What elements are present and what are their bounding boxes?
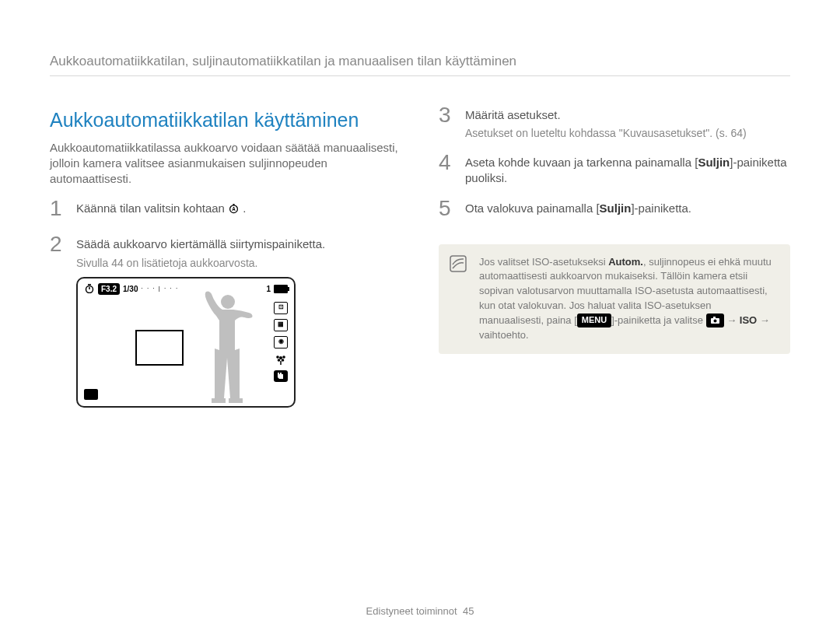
svg-rect-13	[212, 398, 226, 403]
note-iso-bold: ISO	[740, 314, 757, 326]
stabilizer-icon	[274, 370, 288, 382]
step-2: 2 Säädä aukkoarvo kiertämällä siirtymisp…	[50, 236, 401, 407]
step-body: Aseta kohde kuvaan ja tarkenna painamall…	[465, 155, 790, 187]
svg-point-6	[279, 356, 282, 359]
step-4: 4 Aseta kohde kuvaan ja tarkenna painama…	[439, 155, 790, 187]
right-column: 3 Määritä asetukset. Asetukset on luetel…	[439, 107, 790, 408]
shutter-bold: Suljin	[698, 156, 730, 169]
size-icon: ⊡	[274, 302, 288, 314]
note-icon	[450, 255, 467, 272]
step-body: Määritä asetukset. Asetukset on lueteltu…	[465, 107, 790, 141]
step-text-after: ]-painiketta.	[631, 201, 691, 215]
shots-remaining: 1	[266, 284, 271, 295]
left-column: Aukkoautomatiikkatilan käyttäminen Aukko…	[50, 107, 401, 408]
page-footer: Edistyneet toiminnot 45	[0, 604, 840, 618]
step-number: 2	[50, 233, 70, 255]
note-text-1: Jos valitset ISO-asetukseksi	[479, 256, 608, 268]
step-text-before: Ota valokuva painamalla [	[465, 201, 600, 215]
running-title: Aukkoautomatiikkatilan, suljinautomatiik…	[50, 53, 790, 76]
svg-rect-14	[229, 398, 243, 403]
mode-dial-icon: A	[228, 203, 240, 214]
step-number: 1	[50, 198, 70, 219]
lcd-right-icons: ⊡ ▦ ◉	[274, 302, 288, 382]
svg-rect-17	[713, 317, 716, 318]
shutter-speed: 1/30	[123, 284, 138, 295]
step-text: Määritä asetukset.	[465, 108, 561, 121]
camera-lcd-illustration: F3.2 1/30 · · · | · · · 1 ⊡ ▦	[76, 277, 296, 408]
step-number: 3	[439, 104, 459, 126]
memory-card-icon	[84, 389, 98, 400]
note-box: Jos valitset ISO-asetukseksi Autom., sul…	[439, 244, 790, 354]
note-autom-bold: Autom.	[608, 256, 643, 268]
step-body: Käännä tilan valitsin kohtaan A .	[76, 201, 401, 216]
step-text-before: Aseta kohde kuvaan ja tarkenna painamall…	[465, 156, 698, 169]
section-heading: Aukkoautomatiikkatilan käyttäminen	[50, 107, 401, 134]
step-body: Ota valokuva painamalla [Suljin]-painike…	[465, 201, 790, 216]
quality-icon: ▦	[274, 319, 288, 331]
focus-rectangle	[135, 330, 184, 366]
metering-icon: ◉	[274, 336, 288, 349]
svg-point-7	[276, 356, 279, 359]
step-1: 1 Käännä tilan valitsin kohtaan A .	[50, 201, 401, 222]
svg-rect-5	[88, 284, 91, 285]
footer-section: Edistyneet toiminnot	[366, 605, 457, 617]
step-body: Säädä aukkoarvo kiertämällä siirtymispai…	[76, 236, 401, 407]
step-5: 5 Ota valokuva painamalla [Suljin]-paini…	[439, 201, 790, 222]
ev-scale: · · · | · · ·	[141, 285, 178, 293]
step-text: Käännä tilan valitsin kohtaan	[76, 201, 228, 215]
shutter-bold: Suljin	[600, 201, 632, 215]
step-number: 4	[439, 152, 459, 173]
step-text: Säädä aukkoarvo kiertämällä siirtymispai…	[76, 237, 325, 250]
svg-point-10	[282, 359, 285, 362]
step-subtext: Asetukset on lueteltu kohdassa "Kuvausas…	[465, 126, 790, 141]
note-arrow-1: →	[724, 314, 740, 326]
svg-rect-1	[233, 204, 235, 205]
step-text-after: .	[243, 201, 246, 215]
person-silhouette	[193, 289, 255, 405]
timer-icon	[84, 284, 95, 293]
svg-point-18	[713, 319, 716, 322]
macro-icon	[275, 353, 287, 366]
camera-button-chip	[706, 313, 724, 328]
step-number: 5	[439, 198, 459, 219]
footer-page-number: 45	[463, 605, 474, 617]
aperture-badge: F3.2	[98, 283, 120, 296]
menu-button-chip: MENU	[577, 313, 611, 328]
step-3: 3 Määritä asetukset. Asetukset on luetel…	[439, 107, 790, 141]
note-text-3: ]-painiketta ja valitse	[611, 314, 705, 326]
battery-icon	[274, 285, 288, 293]
svg-point-12	[221, 295, 235, 309]
svg-point-8	[282, 356, 285, 359]
intro-paragraph: Aukkoautomatiikkatilassa aukkoarvo voida…	[50, 140, 401, 187]
svg-point-9	[278, 359, 281, 362]
step-subtext: Sivulla 44 on lisätietoja aukkoarvosta.	[76, 256, 401, 271]
svg-text:A: A	[232, 207, 236, 212]
